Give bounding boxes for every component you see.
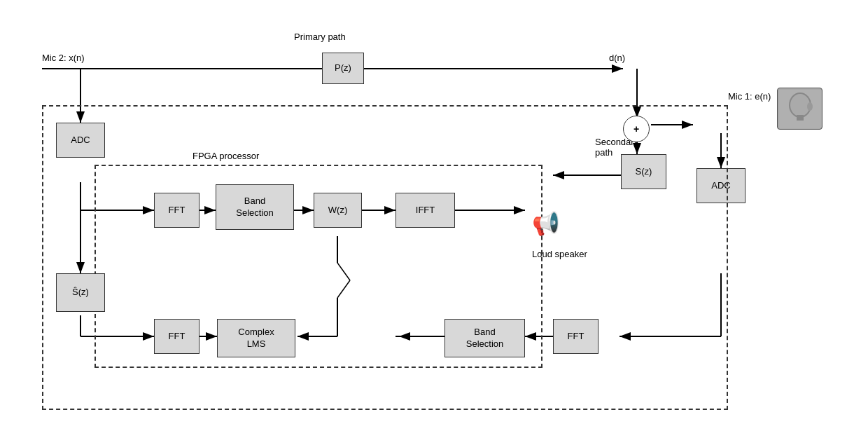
mic1-label: Mic 1: e(n) bbox=[728, 91, 771, 102]
primary-path-label: Primary path bbox=[294, 32, 346, 42]
svg-rect-33 bbox=[797, 115, 804, 121]
svg-point-32 bbox=[790, 94, 810, 116]
svg-point-34 bbox=[807, 102, 813, 111]
mic2-label: Mic 2: x(n) bbox=[42, 53, 85, 63]
dn-label: d(n) bbox=[609, 53, 625, 63]
head-image bbox=[777, 88, 822, 130]
diagram-container: Mic 2: x(n) Primary path d(n) Mic 1: e(n… bbox=[21, 14, 847, 427]
pz-box: P(z) bbox=[322, 53, 364, 84]
system-boundary-rect bbox=[42, 105, 728, 410]
